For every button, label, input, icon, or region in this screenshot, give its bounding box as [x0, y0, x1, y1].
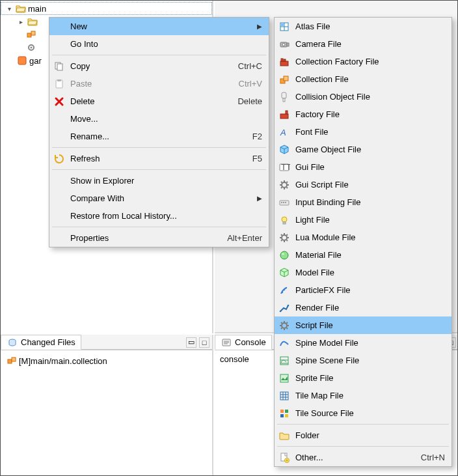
menu-item-input-binding-file[interactable]: Input Binding File: [275, 193, 451, 211]
svg-point-42: [282, 291, 283, 292]
light-icon: [277, 213, 291, 227]
menu-item-label: ParticleFX File: [291, 285, 445, 295]
changed-file-item[interactable]: [M]main/main.collection: [6, 354, 207, 367]
menu-item-label: Script File: [291, 320, 445, 330]
svg-rect-18: [280, 61, 288, 66]
svg-rect-34: [285, 202, 286, 203]
menu-item-label: Paste: [66, 79, 239, 89]
menu-item-factory-file[interactable]: Factory File: [275, 105, 451, 123]
menu-item-refresh[interactable]: RefreshF5: [49, 150, 269, 167]
menu-item-model-file[interactable]: Model File: [275, 264, 451, 281]
menu-item-label: Spine Model File: [291, 338, 445, 348]
menu-item-sprite-file[interactable]: Sprite File: [275, 369, 451, 387]
menu-item-label: Gui Script File: [291, 180, 445, 189]
menu-item-material-file[interactable]: Material File: [275, 246, 451, 264]
svg-text:A: A: [280, 128, 286, 137]
spine-icon: [277, 336, 291, 350]
tree-item-main[interactable]: ▾ main: [1, 2, 212, 15]
collection-icon: [25, 29, 37, 40]
menu-item-atlas-file[interactable]: Atlas File: [275, 18, 451, 35]
menu-item-copy[interactable]: CopyCtrl+C: [49, 57, 269, 75]
svg-text:TT: TT: [281, 162, 290, 172]
collection-icon: [277, 72, 291, 87]
svg-rect-32: [281, 202, 282, 203]
menu-item-rename[interactable]: Rename...F2: [49, 128, 269, 145]
tilesource-icon: [277, 406, 291, 421]
svg-point-41: [284, 288, 285, 290]
gear-icon: [277, 231, 291, 245]
menu-item-properties[interactable]: PropertiesAlt+Enter: [49, 229, 269, 247]
svg-point-37: [282, 235, 287, 240]
menu-item-move[interactable]: Move...: [49, 110, 269, 128]
expand-toggle[interactable]: ▾: [5, 5, 14, 12]
menu-item-restore-from-local-history[interactable]: Restore from Local History...: [49, 207, 269, 225]
menu-item-collection-file[interactable]: Collection File: [275, 70, 451, 88]
menu-item-label: Tile Map File: [291, 391, 445, 400]
menu-item-light-file[interactable]: Light File: [275, 211, 451, 229]
script-gear-icon: [25, 42, 37, 53]
menu-item-label: Camera File: [291, 39, 445, 49]
menu-item-gui-file[interactable]: TTGui File: [275, 158, 451, 176]
menu-item-font-file[interactable]: AFont File: [275, 123, 451, 141]
menu-item-gui-script-file[interactable]: Gui Script File: [275, 176, 451, 193]
svg-rect-23: [282, 92, 286, 98]
menu-item-label: Input Binding File: [291, 197, 445, 207]
menu-item-other[interactable]: Other...Ctrl+N: [275, 449, 451, 466]
menu-item-camera-file[interactable]: Camera File: [275, 35, 451, 53]
tab-changed-files[interactable]: Changed Files: [1, 335, 81, 350]
menu-item-folder[interactable]: Folder: [275, 427, 451, 444]
svg-point-35: [282, 217, 287, 222]
tilemap-icon: [277, 389, 291, 403]
svg-rect-10: [57, 64, 62, 70]
menu-item-lua-module-file[interactable]: Lua Module File: [275, 229, 451, 246]
input-icon: [277, 195, 291, 210]
menu-item-collection-factory-file[interactable]: Collection Factory File: [275, 53, 451, 70]
colfactory-icon: [277, 55, 291, 69]
menu-item-label: Folder: [291, 430, 445, 440]
svg-rect-19: [281, 59, 283, 61]
menu-item-spine-scene-file[interactable]: Spine Scene File: [275, 352, 451, 369]
menu-item-go-into[interactable]: Go Into: [49, 35, 269, 53]
blank-icon: [52, 112, 66, 126]
menu-item-label: Render File: [291, 303, 445, 313]
svg-rect-0: [27, 33, 31, 37]
svg-rect-4: [18, 57, 26, 64]
maximize-view-button[interactable]: □: [199, 337, 209, 348]
minimize-view-button[interactable]: ▭: [186, 337, 196, 348]
menu-item-collision-object-file[interactable]: Collision Object File: [275, 88, 451, 105]
menu-item-game-object-file[interactable]: Game Object File: [275, 141, 451, 158]
menu-item-shortcut: Ctrl+V: [239, 79, 262, 89]
menu-item-tile-map-file[interactable]: Tile Map File: [275, 387, 451, 404]
menu-item-particlefx-file[interactable]: ParticleFX File: [275, 281, 451, 299]
atlas-icon: [277, 20, 291, 34]
menu-item-label: New: [66, 21, 254, 31]
svg-rect-25: [280, 114, 288, 119]
menu-item-label: Properties: [66, 233, 227, 243]
menu-item-delete[interactable]: DeleteDelete: [49, 92, 269, 110]
svg-rect-52: [285, 414, 288, 417]
menu-item-render-file[interactable]: Render File: [275, 299, 451, 316]
menu-separator: [277, 424, 449, 425]
menu-item-compare-with[interactable]: Compare With▶: [49, 189, 269, 207]
menu-item-tile-source-file[interactable]: Tile Source File: [275, 404, 451, 422]
menu-item-label: Copy: [66, 61, 238, 71]
model-icon: [277, 266, 291, 280]
menu-item-label: Gui File: [291, 162, 445, 172]
expand-toggle[interactable]: ▸: [16, 18, 25, 25]
menu-item-new[interactable]: New▶: [49, 18, 269, 35]
menu-separator: [52, 147, 266, 148]
tab-console[interactable]: Console: [215, 335, 272, 350]
db-icon: [7, 337, 18, 348]
menu-separator: [52, 55, 266, 55]
menu-item-label: Go Into: [66, 39, 262, 49]
menu-separator: [52, 169, 266, 170]
menu-item-spine-model-file[interactable]: Spine Model File: [275, 334, 451, 352]
particle-icon: [277, 283, 291, 298]
svg-rect-20: [284, 59, 286, 61]
menu-item-show-in-explorer[interactable]: Show in Explorer: [49, 172, 269, 189]
menu-item-shortcut: F2: [252, 132, 262, 141]
menu-item-paste: PasteCtrl+V: [49, 75, 269, 92]
menu-item-script-file[interactable]: Script File: [275, 316, 451, 334]
svg-point-16: [282, 43, 285, 46]
svg-point-38: [280, 251, 288, 259]
